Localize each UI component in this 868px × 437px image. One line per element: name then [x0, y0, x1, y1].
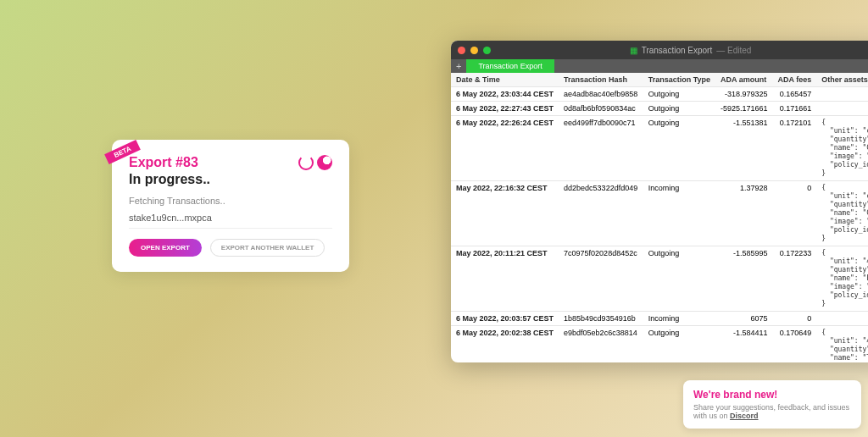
discord-link[interactable]: Discord [730, 412, 759, 420]
cell[interactable]: 0d8afb6bf0590834ac [559, 102, 643, 116]
cell[interactable]: 7c0975f02028d8452c [559, 246, 643, 312]
cell[interactable]: 0 [773, 181, 817, 246]
cell[interactable]: -1.584411 [715, 326, 773, 363]
column-header[interactable]: ADA fees [773, 73, 817, 87]
cell[interactable]: -5925.171661 [715, 102, 773, 116]
table-row[interactable]: 6 May 2022, 20:03:57 CEST1b85b49cd935491… [451, 312, 868, 326]
table-row[interactable]: 6 May 2022, 23:03:44 CESTae4adb8ac40efb9… [451, 87, 868, 102]
cell[interactable]: ae4adb8ac40efb9858 [559, 87, 643, 102]
column-header[interactable]: ADA amount [715, 73, 773, 87]
table-header-row: Date & TimeTransaction HashTransaction T… [451, 73, 868, 87]
cell[interactable]: Outgoing [643, 246, 715, 312]
window-title: ▦ Transaction Export — Edited [496, 46, 868, 55]
maximize-icon[interactable] [483, 47, 491, 54]
cell[interactable]: { "unit": "4a3f0261200f39b4d03377e3d4bce… [816, 326, 868, 363]
cell[interactable]: Outgoing [643, 102, 715, 116]
table-row[interactable]: 6 May 2022, 20:02:38 CESTe9bdf05eb2c6c38… [451, 326, 868, 363]
sheet-tab-active[interactable]: Transaction Export [466, 59, 554, 73]
cell[interactable]: 0.170649 [773, 326, 817, 363]
table-row[interactable]: 6 May 2022, 22:26:24 CESTeed499ff7db0090… [451, 116, 868, 181]
table-row[interactable]: 6 May 2022, 22:27:43 CEST0d8afb6bf059083… [451, 102, 868, 116]
cell[interactable]: -1.585995 [715, 246, 773, 312]
cell[interactable]: 0.165457 [773, 87, 817, 102]
export-subtext: Fetching Transactions.. [129, 196, 332, 206]
reload-icon[interactable] [298, 155, 314, 170]
cell[interactable]: 0.171661 [773, 102, 817, 116]
app-window: ▦ Transaction Export — Edited + Transact… [451, 41, 868, 362]
cell[interactable]: 6 May 2022, 20:02:38 CEST [451, 326, 559, 363]
table-row[interactable]: May 2022, 20:11:21 CEST7c0975f02028d8452… [451, 246, 868, 312]
open-export-button[interactable]: OPEN EXPORT [129, 239, 202, 257]
toast-title: We're brand new! [693, 389, 851, 401]
add-sheet-button[interactable]: + [451, 61, 466, 71]
export-status: In progress.. [129, 172, 210, 187]
sheet-tabbar: + Transaction Export [451, 59, 868, 73]
cell[interactable]: e9bdf05eb2c6c38814 [559, 326, 643, 363]
close-icon[interactable] [458, 47, 465, 54]
card-icons [298, 155, 332, 170]
cell[interactable]: 6 May 2022, 22:26:24 CEST [451, 116, 559, 181]
cell[interactable]: 6 May 2022, 22:27:43 CEST [451, 102, 559, 116]
cell[interactable] [816, 312, 868, 326]
cell[interactable]: Outgoing [643, 87, 715, 102]
cell[interactable]: Incoming [643, 312, 715, 326]
cell[interactable]: Outgoing [643, 116, 715, 181]
cell[interactable]: 6 May 2022, 20:03:57 CEST [451, 312, 559, 326]
cell[interactable]: -318.979325 [715, 87, 773, 102]
card-header: Export #83 In progress.. [129, 155, 332, 187]
cell[interactable]: 0 [773, 312, 817, 326]
cell[interactable]: May 2022, 22:16:32 CEST [451, 181, 559, 246]
cell[interactable]: 0.172101 [773, 116, 817, 181]
cell[interactable]: { "unit": "4a3f0261200f39b4d03377e3d4bce… [816, 246, 868, 312]
spreadsheet-icon: ▦ [630, 46, 637, 55]
window-edited: — Edited [716, 46, 751, 55]
cell[interactable]: 6075 [715, 312, 773, 326]
cell[interactable]: { "unit": "c56d4cceb8a8550534968e1bf1651… [816, 116, 868, 181]
window-titlebar: ▦ Transaction Export — Edited [451, 41, 868, 59]
cell[interactable] [816, 102, 868, 116]
cell[interactable]: 6 May 2022, 23:03:44 CEST [451, 87, 559, 102]
column-header[interactable]: Date & Time [451, 73, 559, 87]
cell[interactable] [816, 87, 868, 102]
cell[interactable]: 1.37928 [715, 181, 773, 246]
column-header[interactable]: Other assets [816, 73, 868, 87]
spreadsheet[interactable]: Date & TimeTransaction HashTransaction T… [451, 73, 868, 362]
toast-body: Share your suggestions, feedback, and is… [693, 403, 851, 420]
window-title-text: Transaction Export [642, 46, 713, 55]
export-another-button[interactable]: EXPORT ANOTHER WALLET [210, 239, 325, 257]
column-header[interactable]: Transaction Hash [559, 73, 643, 87]
cell[interactable]: May 2022, 20:11:21 CEST [451, 246, 559, 312]
cell[interactable]: dd2bedc53322dfd049 [559, 181, 643, 246]
cell[interactable]: eed499ff7db0090c71 [559, 116, 643, 181]
cell[interactable]: Incoming [643, 181, 715, 246]
cell[interactable]: 0.172233 [773, 246, 817, 312]
stake-address: stake1u9cn...mxpca [129, 213, 332, 229]
column-header[interactable]: Transaction Type [643, 73, 715, 87]
transactions-table: Date & TimeTransaction HashTransaction T… [451, 73, 868, 362]
cell[interactable]: 1b85b49cd9354916b [559, 312, 643, 326]
brand-new-toast: We're brand new! Share your suggestions,… [683, 380, 861, 429]
progress-icon [317, 155, 332, 170]
export-card: BETA Export #83 In progress.. Fetching T… [112, 140, 349, 272]
toast-body-text: Share your suggestions, feedback, and is… [693, 403, 849, 420]
export-title: Export #83 [129, 155, 210, 170]
cell[interactable]: { "unit": "c56d4cceb8a8550534968e1bf1651… [816, 181, 868, 246]
cell[interactable]: -1.551381 [715, 116, 773, 181]
cell[interactable]: Outgoing [643, 326, 715, 363]
card-actions: OPEN EXPORT EXPORT ANOTHER WALLET [129, 239, 332, 257]
table-row[interactable]: May 2022, 22:16:32 CESTdd2bedc53322dfd04… [451, 181, 868, 246]
minimize-icon[interactable] [470, 47, 478, 54]
